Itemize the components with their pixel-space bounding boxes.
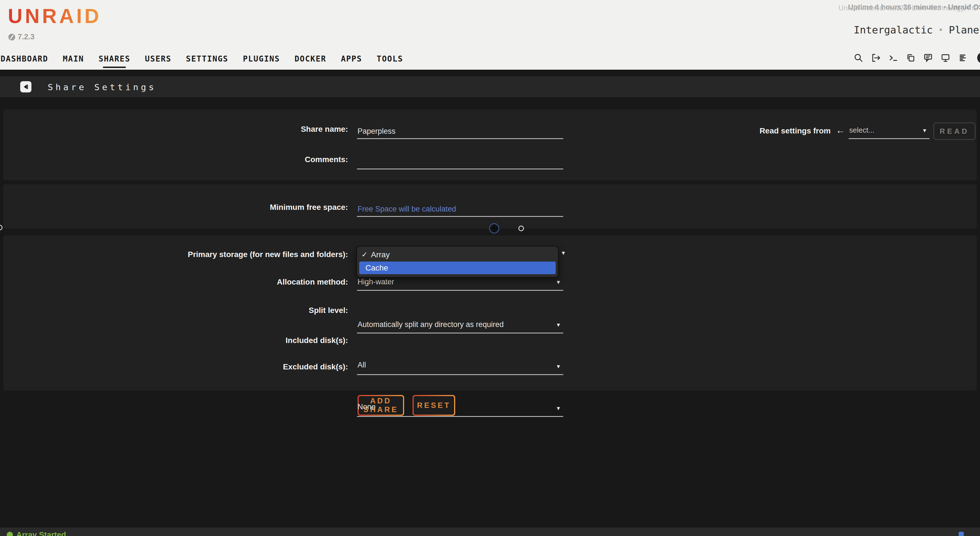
edge-ring-icon — [0, 225, 3, 230]
back-icon[interactable] — [20, 81, 32, 93]
chevron-down-icon: ▼ — [922, 128, 927, 134]
comments-input[interactable] — [357, 154, 563, 169]
unraid-webgui: UNRAID 7.2.3 Uptime 4 hours 36 minutes •… — [0, 0, 980, 536]
arrow-left-icon: ← — [836, 125, 845, 136]
array-status-label: Array Started — [16, 530, 66, 536]
select-value: Automatically split any directory as req… — [358, 320, 504, 329]
nav-item-apps[interactable]: APPS — [341, 54, 362, 64]
included-disks-select[interactable]: All ▼ — [357, 360, 563, 375]
select-value: select... — [849, 126, 875, 134]
nav-utility-icons — [853, 52, 980, 64]
nav-item-docker[interactable]: DOCKER — [294, 54, 326, 64]
nav-item-tools[interactable]: TOOLS — [377, 54, 403, 64]
monitor-icon[interactable] — [940, 53, 951, 63]
nav-item-main[interactable]: MAIN — [63, 54, 84, 64]
user-avatar-icon[interactable] — [977, 52, 980, 64]
footer-bar: Array Started — [0, 528, 980, 536]
excluded-disks-label: Excluded disk(s): — [0, 362, 348, 372]
share-name-label: Share name: — [0, 125, 348, 134]
chevron-down-icon: ▼ — [556, 279, 561, 286]
chevron-down-icon: ▼ — [556, 405, 561, 412]
read-settings-select[interactable]: select... ▼ — [849, 125, 929, 139]
cursor-ring-icon — [519, 226, 524, 231]
logout-icon[interactable] — [870, 53, 881, 63]
check-icon: ✓ — [361, 250, 368, 259]
array-status: Array Started — [7, 530, 66, 536]
page-title-bar: Share Settings — [0, 77, 980, 97]
nav-item-users[interactable]: USERS — [145, 54, 171, 64]
dropdown-option-label: Cache — [365, 263, 388, 273]
feedback-icon[interactable] — [923, 53, 934, 63]
split-level-label: Split level: — [0, 306, 348, 315]
chevron-down-icon: ▼ — [561, 250, 566, 256]
status-dot-icon — [7, 532, 13, 536]
version-status-icon — [8, 34, 15, 40]
dropdown-option-cache[interactable]: Cache — [359, 262, 556, 274]
select-value: All — [358, 361, 366, 369]
read-button[interactable]: READ — [934, 123, 975, 140]
unraid-logo[interactable]: UNRAID — [8, 5, 102, 27]
chevron-down-icon: ▼ — [556, 322, 561, 328]
search-icon[interactable] — [853, 53, 864, 63]
copyright-text: Unraid webGui ©2025, Lime Technology, In… — [838, 4, 979, 12]
primary-storage-dropdown: ✓ Array Cache — [356, 246, 558, 278]
allocation-method-select[interactable]: High-water ▼ — [357, 276, 563, 291]
log-icon[interactable] — [958, 53, 968, 63]
select-value: High-water — [358, 278, 394, 286]
read-settings-label: Read settings from — [718, 126, 831, 136]
info-icon[interactable] — [959, 532, 964, 536]
dropdown-option-array[interactable]: ✓ Array — [357, 248, 558, 261]
nav-item-dashboard[interactable]: DASHBOARD — [0, 54, 48, 64]
move-cursor-icon — [489, 223, 500, 235]
min-free-space-label: Minimum free space: — [0, 203, 348, 212]
excluded-disks-select[interactable]: None ▼ — [357, 402, 563, 417]
separator-dot: • — [939, 25, 943, 35]
main-nav: DASHBOARD MAIN SHARES USERS SETTINGS PLU… — [0, 48, 403, 70]
header-bar: UNRAID 7.2.3 Uptime 4 hours 36 minutes •… — [0, 0, 980, 70]
version-label: 7.2.3 — [8, 33, 35, 41]
nav-item-settings[interactable]: SETTINGS — [186, 54, 228, 64]
terminal-icon[interactable] — [888, 53, 899, 63]
allocation-method-label: Allocation method: — [0, 278, 348, 287]
page-title: Share Settings — [48, 82, 156, 92]
dropdown-option-label: Array — [371, 250, 390, 259]
nav-item-plugins[interactable]: PLUGINS — [243, 54, 280, 64]
server-description: Planetary — [949, 24, 980, 36]
select-value: None — [358, 402, 376, 411]
included-disks-label: Included disk(s): — [0, 336, 348, 345]
nav-item-shares[interactable]: SHARES — [99, 54, 130, 64]
copy-icon[interactable] — [905, 53, 916, 63]
comments-label: Comments: — [0, 155, 348, 164]
share-name-input[interactable] — [357, 124, 563, 138]
panel-identity — [3, 110, 977, 180]
split-level-select[interactable]: Automatically split any directory as req… — [357, 319, 563, 333]
server-name: Intergalactic — [854, 24, 933, 36]
primary-storage-label: Primary storage (for new files and folde… — [0, 250, 348, 259]
version-number: 7.2.3 — [18, 33, 35, 41]
min-free-space-input[interactable] — [357, 202, 563, 216]
chevron-down-icon: ▼ — [556, 364, 561, 370]
server-line: Intergalactic • Planetary — [854, 24, 980, 36]
